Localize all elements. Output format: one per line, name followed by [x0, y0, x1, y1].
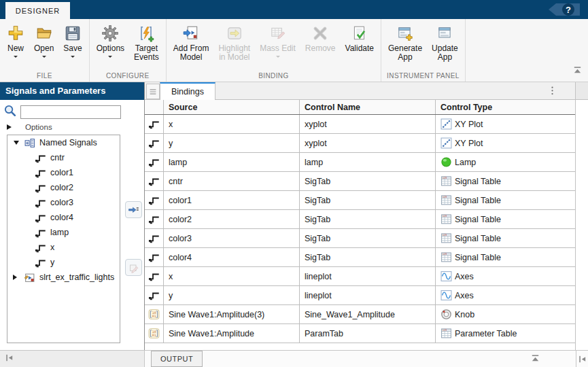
- tree-item-named-signals[interactable]: Named Signals: [7, 135, 120, 150]
- cell-control-type[interactable]: Lamp: [436, 153, 575, 171]
- header-control-name[interactable]: Control Name: [300, 100, 436, 114]
- search-input[interactable]: [20, 105, 121, 119]
- add-from-model-label-2: Model: [180, 53, 203, 62]
- chevron-down-icon[interactable]: [12, 138, 21, 147]
- cell-control-type[interactable]: 123Signal Table: [436, 210, 575, 228]
- table-row[interactable]: 1001Sine Wave1:AmplitudeParamTab123Param…: [145, 324, 575, 343]
- tree-item-color2[interactable]: color2: [7, 180, 120, 195]
- validate-button[interactable]: Validate: [341, 22, 379, 54]
- control-type-label: Signal Table: [455, 253, 501, 262]
- table-row[interactable]: lamplampLamp: [145, 153, 575, 172]
- cell-control-name[interactable]: lineplot: [300, 286, 436, 304]
- update-app-button[interactable]: UpdateApp: [427, 22, 463, 63]
- signal-icon: [145, 248, 164, 266]
- cell-control-type[interactable]: 123Signal Table: [436, 229, 575, 247]
- cell-control-type[interactable]: 123Signal Table: [436, 191, 575, 209]
- tree-item-slrt-ex-traffic-lights[interactable]: slrt_ex_traffic_lights: [7, 270, 120, 285]
- collapse-toolstrip-icon[interactable]: [572, 65, 583, 78]
- options-button[interactable]: Options: [92, 22, 129, 60]
- tab-designer[interactable]: DESIGNER: [5, 2, 70, 19]
- cell-source[interactable]: x: [164, 115, 300, 133]
- control-type-label: Axes: [455, 291, 474, 300]
- cell-source[interactable]: cntr: [164, 172, 300, 190]
- table-row[interactable]: yxyplotXY Plot: [145, 134, 575, 153]
- cell-control-name[interactable]: lamp: [300, 153, 436, 171]
- collapse-output-icon[interactable]: [530, 353, 540, 366]
- tab-bindings[interactable]: Bindings: [160, 82, 215, 100]
- cell-control-name[interactable]: xyplot: [300, 115, 436, 133]
- table-row[interactable]: color2SigTab123Signal Table: [145, 210, 575, 229]
- tree-item-cntr[interactable]: cntr: [7, 150, 120, 165]
- tree-item-lamp[interactable]: lamp: [7, 225, 120, 240]
- generate-app-button[interactable]: GenerateApp: [383, 22, 427, 63]
- cell-source[interactable]: x: [164, 267, 300, 285]
- table-row[interactable]: cntrSigTab123Signal Table: [145, 172, 575, 191]
- generate-app-label-2: App: [398, 53, 412, 62]
- cell-source[interactable]: color2: [164, 210, 300, 228]
- cell-control-type[interactable]: 123Signal Table: [436, 248, 575, 266]
- table-body: xxyplotXY PlotyxyplotXY PlotlamplampLamp…: [145, 115, 575, 343]
- signal-icon: [35, 242, 46, 254]
- signal-icon: [145, 172, 164, 190]
- cell-source[interactable]: color4: [164, 248, 300, 266]
- table-row[interactable]: color4SigTab123Signal Table: [145, 248, 575, 267]
- cell-control-type[interactable]: 123Signal Table: [436, 172, 575, 190]
- edit-binding-button[interactable]: [125, 259, 142, 276]
- cell-control-name[interactable]: SigTab: [300, 248, 436, 266]
- svg-text:123: 123: [443, 196, 447, 198]
- cell-control-type[interactable]: Knob: [436, 305, 575, 324]
- cell-control-name[interactable]: Sine_Wave1_Amplitude: [300, 305, 436, 324]
- panel-grip-icon[interactable]: [146, 84, 160, 99]
- cell-source[interactable]: y: [164, 134, 300, 152]
- table-row[interactable]: xlineplotAxes: [145, 267, 575, 286]
- cell-control-name[interactable]: SigTab: [300, 229, 436, 247]
- add-from-model-button[interactable]: Add FromModel: [169, 22, 214, 63]
- add-binding-button[interactable]: [125, 201, 142, 218]
- signal-icon: [145, 134, 164, 152]
- options-expander[interactable]: Options: [7, 123, 52, 131]
- cell-source[interactable]: Sine Wave1:Amplitude(3): [164, 305, 300, 324]
- cell-control-type[interactable]: XY Plot: [436, 115, 575, 133]
- control-type-label: Lamp: [455, 158, 476, 167]
- help-button[interactable]: ?: [546, 2, 581, 17]
- new-button[interactable]: New: [2, 22, 29, 60]
- cell-control-type[interactable]: Axes: [436, 286, 575, 304]
- cell-source[interactable]: Sine Wave1:Amplitude: [164, 324, 300, 343]
- signal-icon: [145, 115, 164, 133]
- cell-control-type[interactable]: Axes: [436, 267, 575, 285]
- cell-control-name[interactable]: ParamTab: [300, 324, 436, 343]
- table-row[interactable]: 1001Sine Wave1:Amplitude(3)Sine_Wave1_Am…: [145, 305, 575, 324]
- cell-control-name[interactable]: SigTab: [300, 191, 436, 209]
- chevron-right-icon[interactable]: [12, 275, 21, 280]
- table-icon: 123: [440, 251, 452, 263]
- cell-source[interactable]: color1: [164, 191, 300, 209]
- header-source[interactable]: Source: [164, 100, 300, 114]
- cell-source[interactable]: color3: [164, 229, 300, 247]
- cell-control-type[interactable]: 123Parameter Table: [436, 324, 575, 343]
- collapse-right-icon[interactable]: [576, 351, 588, 367]
- table-row[interactable]: ylineplotAxes: [145, 286, 575, 305]
- target-events-button[interactable]: TargetEvents: [129, 22, 164, 63]
- collapse-left-icon[interactable]: [4, 353, 14, 366]
- cell-source[interactable]: y: [164, 286, 300, 304]
- tree-item-color3[interactable]: color3: [7, 195, 120, 210]
- save-button[interactable]: Save: [58, 22, 86, 60]
- table-row[interactable]: color1SigTab123Signal Table: [145, 191, 575, 210]
- tree-item-x[interactable]: x: [7, 240, 120, 255]
- panel-menu-icon[interactable]: [547, 86, 557, 99]
- cell-control-name[interactable]: SigTab: [300, 210, 436, 228]
- table-row[interactable]: color3SigTab123Signal Table: [145, 229, 575, 248]
- cell-control-type[interactable]: XY Plot: [436, 134, 575, 152]
- save-icon: [64, 22, 82, 44]
- cell-control-name[interactable]: SigTab: [300, 172, 436, 190]
- header-control-type[interactable]: Control Type: [436, 100, 575, 114]
- tree-item-y[interactable]: y: [7, 255, 120, 270]
- tree-item-color4[interactable]: color4: [7, 210, 120, 225]
- table-row[interactable]: xxyplotXY Plot: [145, 115, 575, 134]
- cell-control-name[interactable]: lineplot: [300, 267, 436, 285]
- tree-item-color1[interactable]: color1: [7, 165, 120, 180]
- cell-control-name[interactable]: xyplot: [300, 134, 436, 152]
- open-button[interactable]: Open: [29, 22, 58, 60]
- cell-source[interactable]: lamp: [164, 153, 300, 171]
- tab-output[interactable]: OUTPUT: [151, 351, 203, 367]
